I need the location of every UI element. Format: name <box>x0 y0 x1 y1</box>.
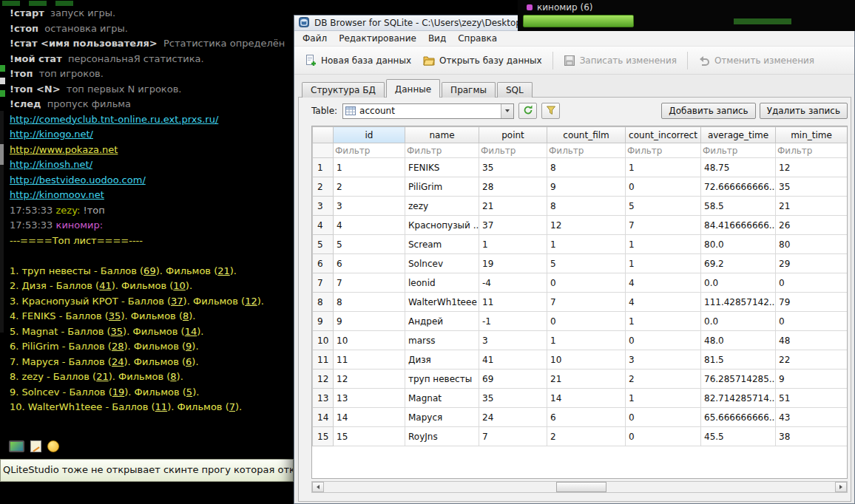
cell-count_incorrect[interactable]: 1 <box>626 254 701 273</box>
cell-id[interactable]: 6 <box>334 254 405 273</box>
row-number[interactable]: 9 <box>313 312 334 331</box>
open-database-button[interactable]: Открыть базу данных <box>417 50 548 71</box>
cell-name[interactable]: труп невесты <box>405 370 479 389</box>
cell-name[interactable]: WalterWh1teee <box>405 293 479 312</box>
filter-input-point[interactable] <box>481 145 545 157</box>
menu-item[interactable]: Редактирование <box>333 31 422 46</box>
notes-icon[interactable] <box>30 440 41 452</box>
row-number[interactable]: 11 <box>313 350 334 370</box>
cell-average_time[interactable]: 45.5 <box>701 427 776 446</box>
cell-average_time[interactable]: 80.0 <box>701 235 776 254</box>
table-combobox[interactable]: account <box>342 103 514 119</box>
cell-point[interactable]: 37 <box>479 216 547 235</box>
row-number[interactable]: 6 <box>313 254 334 273</box>
cell-id[interactable]: 5 <box>334 235 405 254</box>
grid-corner[interactable] <box>313 127 334 143</box>
cell-id[interactable]: 4 <box>334 216 405 235</box>
cell-min_time[interactable]: 0 <box>776 312 848 331</box>
chat-link[interactable]: http://www.pokaza.net <box>10 144 118 155</box>
cell-count_incorrect[interactable]: 4 <box>626 293 701 312</box>
cell-id[interactable]: 2 <box>334 177 405 197</box>
cell-id[interactable]: 13 <box>334 389 405 408</box>
column-header-id[interactable]: id <box>334 127 405 143</box>
scroll-left-arrow[interactable] <box>312 482 324 492</box>
cell-id[interactable]: 12 <box>334 370 405 389</box>
delete-record-button[interactable]: Удалить запись <box>760 103 848 119</box>
column-header-min_time[interactable]: min_time <box>776 127 848 143</box>
cell-min_time[interactable]: 51 <box>776 389 848 408</box>
cell-point[interactable]: -4 <box>479 273 547 293</box>
cell-id[interactable]: 9 <box>334 312 405 331</box>
cell-count_incorrect[interactable]: 1 <box>626 312 701 331</box>
cell-point[interactable]: 7 <box>479 427 547 446</box>
chat-link[interactable]: http://comedyclub.tnt-online.ru.ext.prxs… <box>10 114 218 125</box>
points-value[interactable]: 11 <box>155 401 168 412</box>
chat-scrollbar-thumb[interactable] <box>0 144 4 165</box>
clear-filters-button[interactable] <box>541 103 560 119</box>
cell-min_time[interactable]: 22 <box>776 350 848 370</box>
cell-id[interactable]: 3 <box>334 197 405 216</box>
column-header-name[interactable]: name <box>405 127 479 143</box>
row-number[interactable]: 15 <box>313 427 334 446</box>
filter-input-average_time[interactable] <box>703 145 774 157</box>
cell-id[interactable]: 1 <box>334 158 405 177</box>
cell-name[interactable]: Андрей <box>405 312 479 331</box>
cell-count_film[interactable]: 7 <box>547 293 626 312</box>
cell-id[interactable]: 11 <box>334 350 405 370</box>
filter-input-count_film[interactable] <box>549 145 623 157</box>
cell-name[interactable]: PiliGrim <box>405 177 479 197</box>
selected-user-row[interactable] <box>523 15 634 27</box>
row-number[interactable]: 10 <box>313 331 334 350</box>
tab-structure[interactable]: Структура БД <box>302 82 385 98</box>
row-number[interactable]: 2 <box>313 177 334 197</box>
cell-count_film[interactable]: 21 <box>547 370 626 389</box>
cell-point[interactable]: 1 <box>479 235 547 254</box>
cell-count_incorrect[interactable]: 4 <box>626 273 701 293</box>
cell-min_time[interactable]: 35 <box>776 177 848 197</box>
cell-count_film[interactable]: 6 <box>547 408 626 427</box>
films-value[interactable]: 5 <box>186 386 192 398</box>
chat-link[interactable]: http://kinomoov.net <box>10 189 104 200</box>
tab-sql[interactable]: SQL <box>497 82 533 98</box>
cell-count_film[interactable]: 0 <box>547 273 626 293</box>
films-value[interactable]: 8 <box>170 371 176 382</box>
chat-link[interactable]: http://kinosh.net/ <box>10 159 92 170</box>
cell-name[interactable]: Дизя <box>405 350 479 370</box>
cell-id[interactable]: 14 <box>334 408 405 427</box>
cell-point[interactable]: 11 <box>479 293 547 312</box>
menu-item[interactable]: Вид <box>422 31 452 46</box>
row-number[interactable]: 12 <box>313 370 334 389</box>
filter-input-min_time[interactable] <box>777 145 845 157</box>
cell-id[interactable]: 7 <box>334 273 405 293</box>
chat-link[interactable]: http://bestvideo.uodoo.com/ <box>10 174 146 185</box>
cell-count_film[interactable]: 8 <box>547 158 626 177</box>
cell-average_time[interactable]: 48.75 <box>701 158 776 177</box>
cell-name[interactable]: RoyJns <box>405 427 479 446</box>
cell-name[interactable]: Краснопузый ... <box>405 216 479 235</box>
cell-name[interactable]: FENIKS <box>405 158 479 177</box>
cell-name[interactable]: Solncev <box>405 254 479 273</box>
cell-min_time[interactable]: 48 <box>776 331 848 350</box>
scroll-right-arrow[interactable] <box>835 482 847 492</box>
cell-average_time[interactable]: 69.2 <box>701 254 776 273</box>
cell-average_time[interactable]: 76.285714285... <box>701 370 776 389</box>
cell-count_film[interactable]: 9 <box>547 177 626 197</box>
cell-count_film[interactable]: 8 <box>547 197 626 216</box>
cell-name[interactable]: marss <box>405 331 479 350</box>
cell-min_time[interactable]: 80 <box>776 235 848 254</box>
column-header-average_time[interactable]: average_time <box>701 127 776 143</box>
smiley-icon[interactable] <box>47 440 59 452</box>
cell-min_time[interactable]: 43 <box>776 408 848 427</box>
cell-point[interactable]: 35 <box>479 389 547 408</box>
menu-item[interactable]: Файл <box>297 31 333 46</box>
films-value[interactable]: 8 <box>183 310 189 321</box>
films-value[interactable]: 12 <box>245 296 257 307</box>
screen-share-icon[interactable] <box>9 440 24 452</box>
cell-count_incorrect[interactable]: 0 <box>626 427 701 446</box>
points-value[interactable]: 41 <box>99 280 112 291</box>
chat-link[interactable]: http://kinogo.net/ <box>10 129 93 140</box>
cell-min_time[interactable]: 9 <box>776 370 848 389</box>
row-number[interactable]: 8 <box>313 293 334 312</box>
cell-min_time[interactable]: 38 <box>776 427 848 446</box>
cell-point[interactable]: 35 <box>479 158 547 177</box>
